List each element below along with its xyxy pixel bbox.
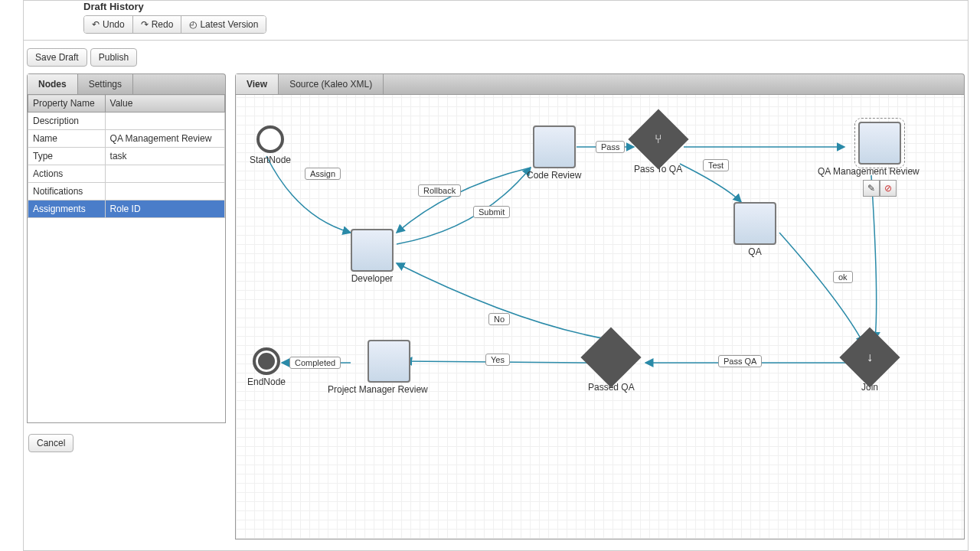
edge-yes[interactable]: Yes (485, 354, 510, 366)
latest-version-button[interactable]: ◴Latest Version (181, 16, 266, 33)
node-code-review[interactable]: Code Review (527, 126, 581, 181)
cancel-button[interactable]: Cancel (28, 434, 74, 452)
forbidden-icon: ⊘ (884, 183, 892, 194)
undo-icon: ↶ (92, 19, 100, 30)
tab-settings[interactable]: Settings (78, 74, 133, 94)
edge-rollback[interactable]: Rollback (418, 184, 461, 197)
node-qa[interactable]: QA (733, 202, 776, 257)
pencil-icon: ✎ (867, 183, 875, 194)
node-label: Project Manager Review (328, 384, 428, 395)
table-row[interactable]: Notifications (28, 183, 225, 201)
fork-icon: ⑂ (628, 109, 688, 169)
publish-button[interactable]: Publish (90, 48, 137, 67)
table-row[interactable]: Typetask (28, 148, 225, 165)
node-label: QA Management Review (818, 166, 920, 177)
edit-node-button[interactable]: ✎ (863, 180, 880, 197)
table-row[interactable]: AssignmentsRole ID (28, 201, 225, 218)
node-label: QA (733, 246, 776, 257)
condition-icon (581, 327, 642, 387)
edge-no[interactable]: No (488, 313, 510, 325)
delete-node-button[interactable]: ⊘ (880, 180, 897, 197)
node-end[interactable]: EndNode (247, 347, 286, 387)
task-icon (368, 340, 410, 383)
node-join[interactable]: ↓ Join (848, 328, 891, 393)
tab-source[interactable]: Source (Kaleo XML) (279, 74, 384, 94)
edge-test[interactable]: Test (703, 159, 729, 171)
workflow-canvas[interactable]: StartNode Assign Developer Submit Rollba… (235, 94, 965, 540)
edge-ok[interactable]: ok (833, 271, 853, 283)
start-icon (256, 126, 284, 153)
table-row[interactable]: Description (28, 112, 225, 130)
undo-button[interactable]: ↶Undo (84, 16, 133, 33)
edge-submit[interactable]: Submit (473, 206, 510, 218)
table-row[interactable]: NameQA Management Review (28, 130, 225, 148)
col-value[interactable]: Value (105, 95, 224, 112)
node-pm-review[interactable]: Project Manager Review (351, 340, 428, 395)
table-row[interactable]: Actions (28, 165, 225, 183)
edge-pass-qa[interactable]: Pass QA (718, 355, 762, 367)
join-icon: ↓ (839, 327, 900, 387)
node-start[interactable]: StartNode (250, 126, 291, 165)
clock-icon: ◴ (189, 19, 197, 30)
draft-history-title: Draft History (83, 1, 968, 12)
node-developer[interactable]: Developer (351, 229, 394, 284)
edge-assign[interactable]: Assign (305, 168, 341, 180)
end-icon (253, 347, 280, 375)
task-icon (533, 126, 576, 168)
node-label: StartNode (250, 155, 291, 165)
properties-table: Property Name Value Description NameQA M… (28, 94, 225, 218)
tab-nodes[interactable]: Nodes (28, 74, 78, 94)
node-passed-qa[interactable]: Passed QA (588, 328, 635, 393)
node-label: Code Review (527, 170, 581, 181)
save-draft-button[interactable]: Save Draft (27, 48, 87, 67)
node-qa-management-review[interactable]: QA Management Review ✎ ⊘ (841, 122, 920, 197)
tab-view[interactable]: View (236, 74, 279, 94)
node-label: EndNode (247, 377, 286, 387)
task-icon (351, 229, 394, 272)
redo-icon: ↷ (141, 19, 149, 30)
edge-pass[interactable]: Pass (596, 141, 625, 153)
col-property-name[interactable]: Property Name (28, 95, 106, 112)
edge-completed[interactable]: Completed (289, 357, 341, 369)
redo-button[interactable]: ↷Redo (133, 16, 182, 33)
task-icon (733, 202, 776, 245)
node-fork-pass-to-qa[interactable]: ⑂ Pass To QA (634, 110, 682, 174)
node-label: Developer (351, 273, 394, 284)
task-icon (858, 122, 901, 165)
